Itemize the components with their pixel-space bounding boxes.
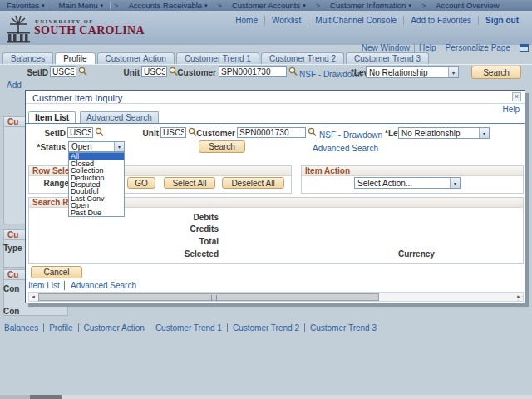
scrollbar-thumb[interactable] bbox=[30, 395, 62, 399]
advanced-search-link[interactable]: Advanced Search bbox=[313, 144, 378, 153]
add-link[interactable]: Add bbox=[7, 81, 22, 90]
status-option-open[interactable]: Open bbox=[69, 202, 124, 209]
breadcrumb-separator-icon: > bbox=[313, 2, 323, 10]
dialog-footer-links: Item List Advanced Search bbox=[28, 281, 136, 290]
dialog-unit-field[interactable] bbox=[160, 127, 186, 138]
breadcrumb-accounts-receivable[interactable]: Accounts Receivable ▾ bbox=[121, 0, 214, 11]
resize-grip-icon[interactable]: ⋰ bbox=[517, 295, 523, 302]
item-action-select[interactable]: Select Action... ▾ bbox=[354, 177, 461, 189]
dialog-search-button[interactable]: Search bbox=[199, 140, 245, 153]
tab-profile[interactable]: Profile bbox=[55, 52, 95, 64]
status-option-deduction[interactable]: Deduction bbox=[69, 174, 124, 180]
breadcrumb-separator-icon: > bbox=[111, 2, 121, 10]
home-link[interactable]: Home bbox=[229, 16, 265, 25]
currency-label: Currency bbox=[398, 249, 435, 259]
caret-down-icon: ▾ bbox=[114, 142, 124, 151]
status-option-all[interactable]: All bbox=[69, 153, 124, 160]
dialog-help-link[interactable]: Help bbox=[502, 105, 520, 114]
new-window-icon[interactable] bbox=[520, 44, 529, 52]
bottom-link-customer-trend-3[interactable]: Customer Trend 3 bbox=[305, 323, 382, 332]
bottom-link-balances[interactable]: Balances bbox=[4, 323, 44, 332]
caret-down-icon: ▾ bbox=[408, 2, 411, 9]
sign-out-link[interactable]: Sign out bbox=[479, 16, 525, 25]
caret-down-icon: ▾ bbox=[303, 2, 306, 9]
dialog-level-select[interactable]: No Relationship ▾ bbox=[398, 127, 490, 139]
customer-field[interactable] bbox=[219, 66, 287, 77]
customer-label: Customer bbox=[195, 129, 235, 138]
contact-label: Con bbox=[3, 284, 19, 293]
status-option-disputed[interactable]: Disputed bbox=[69, 181, 124, 188]
caret-down-icon: ▾ bbox=[204, 2, 208, 9]
item-action-header: Item Action bbox=[302, 166, 523, 176]
level-select[interactable]: No Relationship ▾ bbox=[366, 66, 459, 78]
status-select[interactable]: Open ▾ bbox=[68, 141, 125, 152]
main-menu[interactable]: Main Menu ▾ bbox=[52, 0, 111, 11]
window-horizontal-scrollbar[interactable] bbox=[0, 395, 532, 399]
tab-customer-trend-1[interactable]: Customer Trend 1 bbox=[176, 52, 259, 64]
dialog-customer-field[interactable] bbox=[237, 127, 306, 138]
setid-label: SetID bbox=[23, 68, 48, 77]
cancel-button[interactable]: Cancel bbox=[31, 266, 82, 278]
scroll-left-icon[interactable]: ◂ bbox=[29, 293, 37, 301]
dialog-horizontal-scrollbar[interactable]: ◂ ▸ bbox=[28, 292, 524, 302]
customer-lookup-icon[interactable] bbox=[308, 127, 317, 139]
tab-customer-trend-2[interactable]: Customer Trend 2 bbox=[261, 52, 344, 64]
setid-lookup-icon[interactable] bbox=[95, 127, 104, 139]
tab-customer-trend-3[interactable]: Customer Trend 3 bbox=[346, 52, 429, 64]
advanced-search-footer-link[interactable]: Advanced Search bbox=[71, 281, 136, 290]
status-label: *Status bbox=[36, 143, 66, 152]
worklist-link[interactable]: Worklist bbox=[265, 16, 308, 25]
dialog-tabs: Item List Advanced Search bbox=[28, 111, 159, 123]
status-option-doubtful[interactable]: Doubtful bbox=[69, 188, 124, 195]
personalize-page-link[interactable]: Personalize Page bbox=[441, 43, 515, 52]
logo-south-carolina: SOUTH CAROLINA bbox=[34, 24, 145, 37]
help-link[interactable]: Help bbox=[415, 43, 441, 52]
add-to-favorites-link[interactable]: Add to Favorites bbox=[404, 16, 479, 25]
bottom-page-links: Balances Profile Customer Action Custome… bbox=[4, 323, 382, 332]
new-window-link[interactable]: New Window bbox=[357, 43, 415, 52]
breadcrumb-customer-information[interactable]: Customer Information ▾ bbox=[323, 0, 418, 11]
credits-label: Credits bbox=[169, 224, 219, 234]
type-label: Type bbox=[3, 244, 22, 253]
unit-field[interactable] bbox=[141, 66, 167, 77]
range-label: Range bbox=[42, 179, 69, 188]
close-icon[interactable]: × bbox=[512, 92, 521, 101]
total-label: Total bbox=[169, 237, 219, 246]
breadcrumb-account-overview[interactable]: Account Overview bbox=[429, 0, 506, 11]
bottom-link-customer-action[interactable]: Customer Action bbox=[79, 323, 150, 332]
setid-lookup-icon[interactable] bbox=[78, 66, 87, 78]
select-all-button[interactable]: Select All bbox=[164, 177, 215, 189]
dialog-tab-baseline bbox=[26, 123, 525, 124]
bottom-link-customer-trend-2[interactable]: Customer Trend 2 bbox=[228, 323, 305, 332]
deselect-all-button[interactable]: Deselect All bbox=[222, 177, 284, 189]
bottom-link-customer-trend-1[interactable]: Customer Trend 1 bbox=[150, 323, 228, 332]
tab-advanced-search[interactable]: Advanced Search bbox=[80, 111, 159, 123]
tab-customer-action[interactable]: Customer Action bbox=[97, 52, 175, 64]
unit-label: Unit bbox=[135, 129, 159, 138]
status-dropdown-list: All Closed Collection Deduction Disputed… bbox=[68, 152, 125, 217]
tab-item-list[interactable]: Item List bbox=[28, 111, 76, 123]
caret-down-icon: ▾ bbox=[101, 2, 104, 9]
dialog-setid-field[interactable] bbox=[67, 127, 93, 138]
customer-name-link[interactable]: NSF - Drawdown bbox=[319, 131, 382, 140]
scrollbar-thumb[interactable] bbox=[38, 293, 379, 301]
tab-baseline bbox=[0, 64, 532, 65]
status-option-collection[interactable]: Collection bbox=[69, 167, 124, 174]
bottom-link-profile[interactable]: Profile bbox=[44, 323, 78, 332]
tab-balances[interactable]: Balances bbox=[2, 52, 53, 64]
search-button[interactable]: Search bbox=[471, 66, 521, 79]
status-option-past-due[interactable]: Past Due bbox=[69, 209, 124, 216]
breadcrumb-customer-accounts[interactable]: Customer Accounts ▾ bbox=[225, 0, 313, 11]
item-list-link[interactable]: Item List bbox=[28, 281, 65, 290]
status-option-last-conv[interactable]: Last Conv bbox=[69, 195, 124, 202]
customer-lookup-icon[interactable] bbox=[288, 66, 298, 78]
customer-item-inquiry-dialog: Customer Item Inquiry × Help Item List A… bbox=[25, 90, 525, 303]
multichannel-console-link[interactable]: MultiChannel Console bbox=[308, 16, 404, 25]
status-option-closed[interactable]: Closed bbox=[69, 160, 124, 166]
scrollbar-track-segment bbox=[0, 395, 30, 399]
header-banner: UNIVERSITY OF SOUTH CAROLINA Home Workli… bbox=[0, 11, 532, 45]
favorites-menu[interactable]: Favorites ▾ bbox=[0, 0, 52, 11]
setid-label: SetID bbox=[41, 129, 66, 138]
go-button[interactable]: GO bbox=[127, 177, 155, 189]
setid-field[interactable] bbox=[50, 66, 76, 77]
